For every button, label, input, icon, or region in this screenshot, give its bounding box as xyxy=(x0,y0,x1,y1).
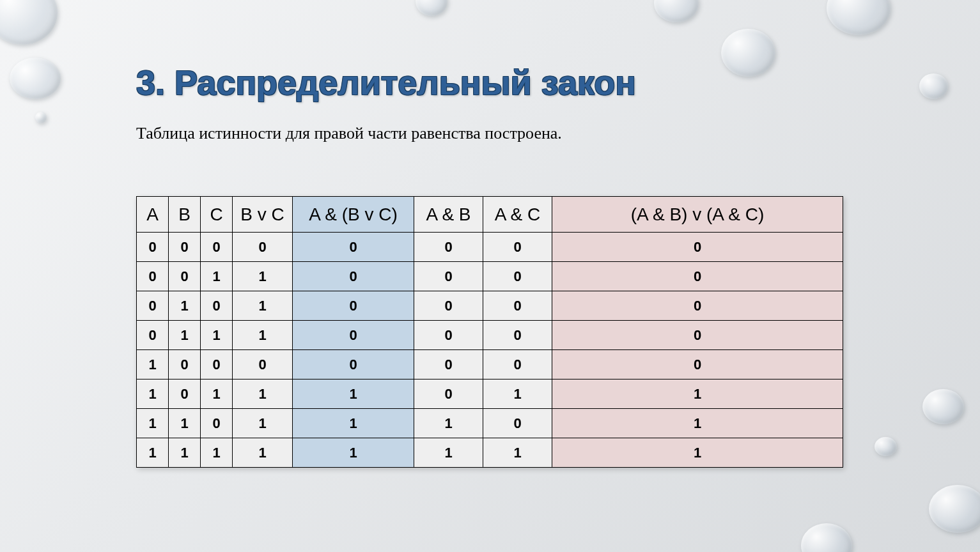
table-cell: 0 xyxy=(233,350,293,379)
table-cell: 0 xyxy=(483,291,552,321)
table-cell: 1 xyxy=(552,409,843,438)
table-cell: 0 xyxy=(483,409,552,438)
truth-table: ABCB v CA & (B v C)A & BA & C(A & B) v (… xyxy=(136,196,843,468)
table-cell: 1 xyxy=(169,321,201,350)
table-cell: 1 xyxy=(169,291,201,321)
table-cell: 0 xyxy=(169,379,201,409)
table-cell: 1 xyxy=(137,379,169,409)
table-cell: 1 xyxy=(414,409,483,438)
table-row: 01010000 xyxy=(137,291,843,321)
table-cell: 0 xyxy=(201,291,233,321)
table-header-cell: A & (B v C) xyxy=(293,197,414,233)
table-header-cell: A & C xyxy=(483,197,552,233)
table-body: 0000000000110000010100000111000010000000… xyxy=(137,233,843,468)
table-cell: 1 xyxy=(293,409,414,438)
table-cell: 1 xyxy=(233,291,293,321)
table-header-cell: B xyxy=(169,197,201,233)
table-cell: 1 xyxy=(201,438,233,468)
table-cell: 0 xyxy=(483,233,552,262)
table-cell: 0 xyxy=(414,262,483,291)
table-row: 00110000 xyxy=(137,262,843,291)
table-cell: 1 xyxy=(233,379,293,409)
table-cell: 1 xyxy=(137,438,169,468)
table-cell: 0 xyxy=(169,350,201,379)
table-cell: 0 xyxy=(137,321,169,350)
table-cell: 0 xyxy=(483,262,552,291)
table-cell: 0 xyxy=(169,233,201,262)
table-cell: 1 xyxy=(169,438,201,468)
table-cell: 0 xyxy=(414,350,483,379)
table-row: 01110000 xyxy=(137,321,843,350)
table-cell: 0 xyxy=(293,291,414,321)
table-cell: 1 xyxy=(414,438,483,468)
table-cell: 0 xyxy=(414,321,483,350)
table-cell: 0 xyxy=(233,233,293,262)
table-header-cell: A xyxy=(137,197,169,233)
table-cell: 0 xyxy=(552,321,843,350)
table-cell: 0 xyxy=(293,233,414,262)
slide: 3. Распределительный закон Таблица истин… xyxy=(0,0,980,552)
table-cell: 1 xyxy=(293,379,414,409)
table-cell: 0 xyxy=(552,291,843,321)
table-cell: 1 xyxy=(483,379,552,409)
table-cell: 1 xyxy=(233,409,293,438)
table-row: 00000000 xyxy=(137,233,843,262)
table-cell: 0 xyxy=(552,233,843,262)
table-cell: 0 xyxy=(201,350,233,379)
table-row: 11011101 xyxy=(137,409,843,438)
table-header-row: ABCB v CA & (B v C)A & BA & C(A & B) v (… xyxy=(137,197,843,233)
table-cell: 0 xyxy=(169,262,201,291)
table-cell: 1 xyxy=(233,438,293,468)
table-header-cell: A & B xyxy=(414,197,483,233)
table-cell: 0 xyxy=(201,409,233,438)
table-cell: 0 xyxy=(552,262,843,291)
table-header-cell: (A & B) v (A & C) xyxy=(552,197,843,233)
table-cell: 0 xyxy=(414,379,483,409)
table-cell: 1 xyxy=(233,321,293,350)
table-cell: 0 xyxy=(414,291,483,321)
table-cell: 1 xyxy=(137,409,169,438)
table-cell: 0 xyxy=(552,350,843,379)
table-cell: 1 xyxy=(201,321,233,350)
table-cell: 1 xyxy=(552,379,843,409)
slide-title: 3. Распределительный закон xyxy=(136,63,636,102)
table-row: 11111111 xyxy=(137,438,843,468)
table-cell: 1 xyxy=(201,379,233,409)
table-cell: 0 xyxy=(137,291,169,321)
table-cell: 1 xyxy=(293,438,414,468)
table-cell: 1 xyxy=(233,262,293,291)
table-cell: 0 xyxy=(483,321,552,350)
table-cell: 0 xyxy=(137,262,169,291)
table-cell: 1 xyxy=(201,262,233,291)
table-cell: 0 xyxy=(201,233,233,262)
table-cell: 1 xyxy=(552,438,843,468)
truth-table-wrap: ABCB v CA & (B v C)A & BA & C(A & B) v (… xyxy=(136,196,843,468)
table-cell: 0 xyxy=(483,350,552,379)
table-cell: 1 xyxy=(169,409,201,438)
table-cell: 1 xyxy=(137,350,169,379)
table-cell: 1 xyxy=(483,438,552,468)
table-cell: 0 xyxy=(137,233,169,262)
table-cell: 0 xyxy=(293,262,414,291)
table-header-cell: B v C xyxy=(233,197,293,233)
table-cell: 0 xyxy=(293,321,414,350)
slide-subtitle: Таблица истинности для правой части раве… xyxy=(136,124,562,143)
table-cell: 0 xyxy=(414,233,483,262)
table-cell: 0 xyxy=(293,350,414,379)
table-row: 10000000 xyxy=(137,350,843,379)
table-header-cell: C xyxy=(201,197,233,233)
table-row: 10111011 xyxy=(137,379,843,409)
